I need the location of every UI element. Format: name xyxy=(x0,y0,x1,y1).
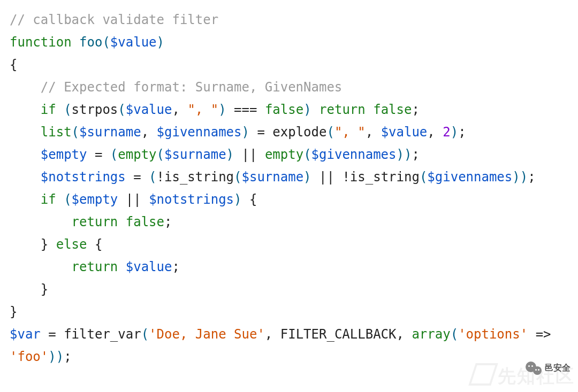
var-givennames: $givennames xyxy=(427,170,512,185)
var-value: $value xyxy=(126,259,172,274)
fn-filter_var: filter_var xyxy=(64,327,141,342)
var-value: $value xyxy=(110,35,157,50)
var-empty: $empty xyxy=(41,147,87,162)
comment: // Expected format: Surname, GivenNames xyxy=(41,80,343,95)
string: ", " xyxy=(334,125,366,140)
fn-list: list xyxy=(41,125,72,140)
const-filter-callback: FILTER_CALLBACK xyxy=(280,327,397,342)
op-or: || xyxy=(242,147,257,162)
string: ", " xyxy=(187,102,218,117)
fn-explode: explode xyxy=(272,125,326,140)
keyword-return: return xyxy=(72,214,118,229)
op-or: || xyxy=(126,192,141,207)
var-value: $value xyxy=(381,125,428,140)
var-givennames: $givennames xyxy=(311,147,397,162)
const-false: false xyxy=(126,214,164,229)
op-identical: === xyxy=(234,102,257,117)
var-givennames: $givennames xyxy=(157,125,242,140)
fn-is_string: is_string xyxy=(350,170,420,185)
code-block: // callback validate filter function foo… xyxy=(0,0,578,376)
var-surname: $surname xyxy=(242,170,304,185)
string: 'options' xyxy=(458,327,528,342)
keyword-if: if xyxy=(41,192,56,207)
keyword-return: return xyxy=(72,259,118,274)
fn-empty: empty xyxy=(265,147,303,162)
var-empty: $empty xyxy=(72,192,118,207)
fn-array: array xyxy=(412,327,450,342)
number: 2 xyxy=(443,125,450,140)
keyword-else: else xyxy=(56,237,87,252)
var-value: $value xyxy=(126,102,172,117)
var-notstrings: $notstrings xyxy=(41,170,126,185)
comment: // callback validate filter xyxy=(10,12,218,27)
var-surname: $surname xyxy=(164,147,226,162)
var-var: $var xyxy=(10,327,41,342)
keyword-return: return xyxy=(319,102,366,117)
string: 'foo' xyxy=(10,349,48,364)
fn-is_string: is_string xyxy=(164,170,234,185)
const-false: false xyxy=(265,102,303,117)
op-or: || xyxy=(319,170,334,185)
fn-strpos: strpos xyxy=(72,102,118,117)
op-arrow: => xyxy=(536,327,551,342)
var-notstrings: $notstrings xyxy=(149,192,234,207)
string: 'Doe, Jane Sue' xyxy=(149,327,265,342)
var-surname: $surname xyxy=(79,125,141,140)
func-foo: foo xyxy=(79,35,102,50)
const-false: false xyxy=(373,102,412,117)
keyword-if: if xyxy=(41,102,56,117)
fn-empty: empty xyxy=(118,147,156,162)
keyword-function: function xyxy=(10,35,72,50)
